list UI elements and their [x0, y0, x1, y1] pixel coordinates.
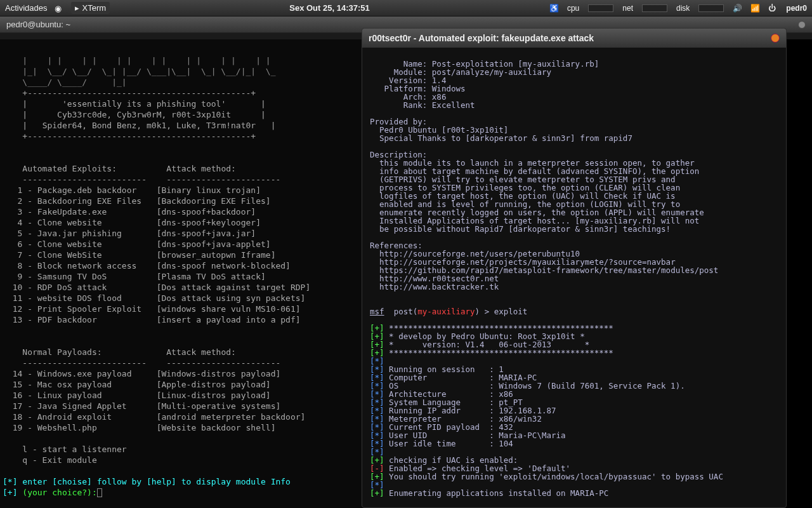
description-text: this module its to launch in a meterpret…	[370, 158, 704, 234]
cpu-label: cpu	[567, 4, 579, 13]
disk-label: disk	[676, 4, 690, 13]
provided-1: Special Thanks to [darkoperator & sinn3r…	[379, 133, 632, 143]
power-icon[interactable]: ⏻	[768, 4, 777, 13]
mod-module: post/analyze/my-auxiliary	[432, 67, 551, 77]
tagline: 'essentially its a phishing tool'	[62, 99, 226, 109]
window-close-icon[interactable]	[771, 34, 780, 43]
credits-1: Cyb33rc0de, Cyb3rw0rM, r00t-3xp10it	[57, 110, 231, 119]
xterm-tab[interactable]: ▸ XTerm	[71, 2, 110, 14]
cpu-meter	[588, 4, 613, 12]
mod-rank: Excellent	[432, 100, 475, 110]
apps-icon[interactable]: ◉	[55, 4, 63, 13]
auto-exploits-header: Automated Exploits:	[22, 164, 117, 173]
stars-2: ****************************************…	[389, 348, 613, 358]
net-label: net	[622, 4, 633, 13]
net-meter	[642, 4, 667, 12]
choice-prompt[interactable]: (your choice?):	[22, 488, 96, 497]
msf-cmd[interactable]: exploit	[494, 307, 528, 316]
clock[interactable]: Sex Out 25, 14:37:51	[110, 3, 549, 13]
msf-post: post(	[384, 307, 418, 316]
top-panel: Actividades ◉ ▸ XTerm Sex Out 25, 14:37:…	[0, 0, 812, 17]
prompt-prefix: [+]	[3, 488, 22, 497]
activities-button[interactable]: Actividades	[5, 3, 47, 13]
exit-module: q - Exit module	[22, 455, 96, 465]
xterm-label: XTerm	[82, 3, 106, 13]
attack-method-header: Attack method:	[166, 164, 236, 173]
right-window-titlebar[interactable]: r00tsect0r - Automated exploit: fakeupda…	[362, 29, 786, 48]
disk-meter	[698, 4, 724, 12]
credits-2: Spider64, Bond Benz, m0k1, Luke, T3rm!na…	[43, 121, 256, 130]
normal-payloads-header: Normal Payloads:	[22, 347, 102, 357]
start-listener: l - start a listenner	[22, 444, 126, 454]
msf-prompt: msf	[370, 307, 384, 316]
wifi-icon[interactable]: 📶	[750, 4, 759, 13]
cursor	[97, 488, 102, 497]
ref-4: http://www.backtracker.tk	[379, 282, 499, 291]
msf-end: ) >	[475, 307, 494, 316]
left-terminal: | | | | | | | | | | | | | | | |_| \__/ \…	[0, 39, 362, 508]
close-icon[interactable]	[798, 21, 806, 29]
volume-icon[interactable]: 🔊	[733, 4, 742, 13]
uac-hint: You should try running 'exploit/windows/…	[389, 472, 723, 481]
user-menu[interactable]: pedr0	[786, 4, 807, 13]
enum-apps: Enumerating applications installed on MA…	[389, 488, 608, 498]
msf-aux: my-auxiliary	[417, 307, 475, 316]
help-hint: [*] enter [choise] follow by [help] to d…	[3, 477, 291, 486]
right-window: r00tsect0r - Automated exploit: fakeupda…	[362, 28, 787, 508]
right-window-title: r00tsect0r - Automated exploit: fakeupda…	[369, 33, 594, 43]
accessibility-icon[interactable]: ♿	[549, 4, 558, 13]
attack-method-header-2: Attack method:	[166, 347, 236, 357]
right-terminal: Name: Post-exploitation [my-auxiliary.rb…	[362, 48, 786, 501]
terminal-title: pedr0@ubuntu: ~	[6, 20, 70, 29]
xterm-icon: ▸	[75, 3, 79, 13]
